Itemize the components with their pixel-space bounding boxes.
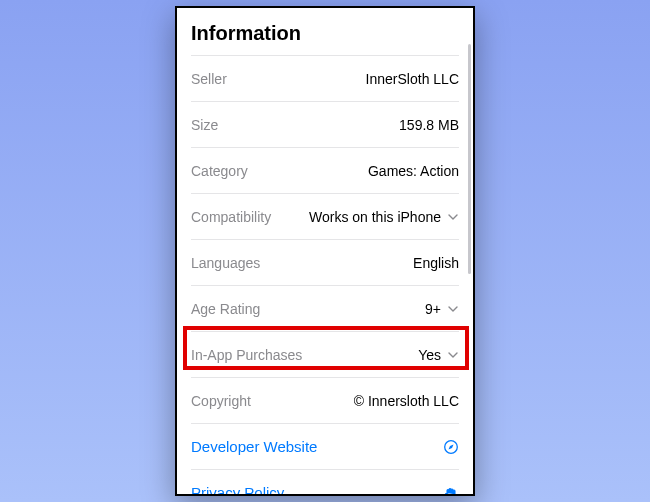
value-seller: InnerSloth LLC bbox=[366, 71, 459, 87]
compass-icon bbox=[443, 439, 459, 455]
label-seller: Seller bbox=[191, 71, 227, 87]
label-iap: In-App Purchases bbox=[191, 347, 302, 363]
label-size: Size bbox=[191, 117, 218, 133]
label-languages: Languages bbox=[191, 255, 260, 271]
section-header: Information bbox=[191, 18, 459, 55]
label-category: Category bbox=[191, 163, 248, 179]
value-age-rating: 9+ bbox=[425, 301, 441, 317]
link-developer-website[interactable]: Developer Website bbox=[191, 438, 317, 455]
info-row-size: Size 159.8 MB bbox=[191, 101, 459, 147]
value-languages: English bbox=[413, 255, 459, 271]
value-copyright: © Innersloth LLC bbox=[354, 393, 459, 409]
info-row-languages: Languages English bbox=[191, 239, 459, 285]
app-store-info-panel: Information Seller InnerSloth LLC Size 1… bbox=[175, 6, 475, 496]
value-iap: Yes bbox=[418, 347, 441, 363]
scroll-indicator[interactable] bbox=[468, 44, 471, 274]
link-row-privacy-policy[interactable]: Privacy Policy bbox=[191, 469, 459, 496]
chevron-down-icon bbox=[447, 211, 459, 223]
chevron-down-icon bbox=[447, 303, 459, 315]
link-row-developer-website[interactable]: Developer Website bbox=[191, 423, 459, 469]
link-privacy-policy[interactable]: Privacy Policy bbox=[191, 484, 284, 496]
value-category: Games: Action bbox=[368, 163, 459, 179]
info-row-seller: Seller InnerSloth LLC bbox=[191, 55, 459, 101]
label-age-rating: Age Rating bbox=[191, 301, 260, 317]
label-copyright: Copyright bbox=[191, 393, 251, 409]
info-row-in-app-purchases[interactable]: In-App Purchases Yes bbox=[191, 331, 459, 377]
value-compatibility: Works on this iPhone bbox=[309, 209, 441, 225]
value-size: 159.8 MB bbox=[399, 117, 459, 133]
info-row-age-rating[interactable]: Age Rating 9+ bbox=[191, 285, 459, 331]
hand-icon bbox=[443, 485, 459, 497]
chevron-down-icon bbox=[447, 349, 459, 361]
info-row-compatibility[interactable]: Compatibility Works on this iPhone bbox=[191, 193, 459, 239]
info-row-category: Category Games: Action bbox=[191, 147, 459, 193]
info-row-copyright: Copyright © Innersloth LLC bbox=[191, 377, 459, 423]
label-compatibility: Compatibility bbox=[191, 209, 271, 225]
